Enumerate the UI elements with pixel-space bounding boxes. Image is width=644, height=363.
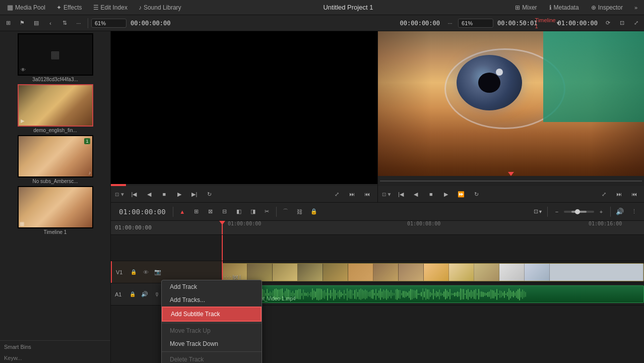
menu-add-track[interactable]: Add Track xyxy=(162,280,262,293)
a1-mic-btn[interactable]: 🎙 xyxy=(152,290,161,299)
prog-play-btn[interactable]: ▶ xyxy=(440,188,452,200)
prog-fullscreen-btn[interactable]: ⤢ xyxy=(598,188,610,200)
tl-view-btn[interactable]: ⊡ ▼ xyxy=(532,206,544,218)
toolbar-more-btn[interactable]: ··· xyxy=(73,17,85,29)
tl-razor-btn[interactable]: ✂ xyxy=(261,206,273,218)
v1-video-clip[interactable]: · · · lpt | xyxy=(222,263,644,281)
program-monitor: ⊡ ▼ |◀ ◀ ■ ▶ ⏩ ↻ ⤢ ⏭ ⏮ xyxy=(378,31,645,202)
prog-loop-btn[interactable]: ↻ xyxy=(470,188,482,200)
source-skip-end-btn[interactable]: ⏭ xyxy=(346,188,358,200)
wave-bar-75 xyxy=(338,291,339,297)
nav-effects[interactable]: ✦ Effects xyxy=(51,1,87,15)
tl-slip-btn[interactable]: ◧ xyxy=(233,206,245,218)
tl-slide-btn[interactable]: ◨ xyxy=(247,206,259,218)
wave-bar-97 xyxy=(371,290,372,298)
tl-bezier-btn[interactable]: ⌒ xyxy=(280,206,292,218)
tl-link-btn[interactable]: ⛓ xyxy=(294,206,306,218)
zoom-out-btn[interactable]: − xyxy=(551,206,563,218)
source-fullscreen-btn[interactable]: ⤢ xyxy=(331,188,343,200)
menu-add-subtitle-track[interactable]: Add Subtitle Track xyxy=(162,307,262,322)
prog-ff-btn[interactable]: ⏩ xyxy=(455,188,467,200)
timeline-expand-btn[interactable]: ⤢ xyxy=(630,17,642,29)
a1-speaker-btn[interactable]: 🔊 xyxy=(140,290,149,299)
prog-stop-btn[interactable]: ■ xyxy=(425,188,437,200)
keyword-bins[interactable]: Keyw... xyxy=(0,353,110,363)
zoom-slider[interactable] xyxy=(564,211,594,213)
zoom-percentage-left[interactable]: 61% xyxy=(91,19,126,28)
media-thumb-2: ▶ xyxy=(18,84,93,127)
source-prev-btn[interactable]: |◀ xyxy=(128,188,140,200)
source-view-icon: ⊡ xyxy=(115,192,119,197)
source-view-options[interactable]: ⊡ ▼ xyxy=(115,192,125,197)
program-view-options[interactable]: ⊡ ▼ xyxy=(382,192,392,197)
menu-add-tracks[interactable]: Add Tracks... xyxy=(162,293,262,307)
wave-bar-150 xyxy=(451,293,452,295)
wave-bar-55 xyxy=(307,292,308,297)
v1-lock-btn[interactable]: 🔒 xyxy=(129,268,138,277)
tl-roll-btn[interactable]: ⊟ xyxy=(219,206,231,218)
wave-bar-137 xyxy=(431,293,432,295)
source-skip-start-btn[interactable]: ⏮ xyxy=(361,188,373,200)
timeline-fit-btn[interactable]: ⊡ xyxy=(616,17,628,29)
toolbar-sort-btn[interactable]: ⇅ xyxy=(58,17,71,29)
wave-bar-165 xyxy=(474,290,475,299)
wave-bar-63 xyxy=(319,288,320,300)
nav-edit-index[interactable]: ☰ Edit Index xyxy=(88,1,133,15)
source-progress-bar[interactable] xyxy=(111,184,377,186)
source-next-btn[interactable]: ▶| xyxy=(188,188,201,200)
prev-marker-icon: |◀ xyxy=(131,191,137,198)
nav-mixer[interactable]: ⊞ Mixer xyxy=(510,1,542,15)
a1-audio-clip[interactable]: subs_Amberscript_Video 1.mp4 xyxy=(222,285,644,303)
wave-bar-135 xyxy=(428,289,429,299)
a1-lock-btn[interactable]: 🔒 xyxy=(128,290,137,299)
media-item-4[interactable]: ▦ Timeline 1 xyxy=(2,186,108,235)
nav-media-pool[interactable]: ▦ Media Pool xyxy=(2,1,50,15)
menu-move-track-down[interactable]: Move Track Down xyxy=(162,337,262,350)
timeline-sync-btn[interactable]: ⟳ xyxy=(602,17,614,29)
media-item-3[interactable]: ♪ 1 No subs_Ambersc... xyxy=(2,135,108,184)
source-step-back-btn[interactable]: ◀ xyxy=(143,188,155,200)
source-play-btn[interactable]: ▶ xyxy=(173,188,185,200)
prog-step-back-btn[interactable]: ◀ xyxy=(410,188,422,200)
timeline-dropdown-btn[interactable]: Timeline 1 ▼ xyxy=(542,17,554,29)
tl-lock-btn[interactable]: 🔒 xyxy=(308,206,320,218)
nav-inspector[interactable]: ⊕ Inspector xyxy=(586,1,628,15)
tl-cursor-btn[interactable]: ▲ xyxy=(176,206,188,218)
zoom-in-btn[interactable]: + xyxy=(595,206,607,218)
wave-bar-59 xyxy=(313,290,314,298)
toolbar-grid-btn[interactable]: ⊞ xyxy=(2,17,14,29)
source-loop-btn[interactable]: ↻ xyxy=(204,188,216,200)
prog-prev-btn[interactable]: |◀ xyxy=(395,188,407,200)
tl-overflow-btn[interactable]: ⋮ xyxy=(628,206,640,218)
tl-select-btn[interactable]: ⊞ xyxy=(190,206,203,218)
media-item-1[interactable]: ▦ 👁 3a0128cd3cf44fa3... xyxy=(2,33,108,82)
wave-bar-170 xyxy=(481,291,482,297)
v1-camera-btn[interactable]: 📷 xyxy=(153,268,162,277)
toolbar-arrow-btn[interactable]: ‹ xyxy=(44,17,56,29)
tl-divider-1 xyxy=(173,207,173,217)
wave-bar-160 xyxy=(466,290,467,299)
timecode-options-btn[interactable]: ··· xyxy=(444,17,456,29)
tl-ripple-btn[interactable]: ⊠ xyxy=(205,206,217,218)
wave-bar-131 xyxy=(422,288,423,300)
program-progress-bar[interactable] xyxy=(378,176,645,186)
toolbar-flag-btn[interactable]: ⚑ xyxy=(16,17,28,29)
stop-icon: ■ xyxy=(163,191,166,197)
prog-skip-end-btn[interactable]: ⏭ xyxy=(613,188,625,200)
nav-metadata[interactable]: ℹ Metadata xyxy=(544,1,584,15)
prog-skip-start-btn[interactable]: ⏮ xyxy=(628,188,640,200)
nav-overflow-button[interactable]: » xyxy=(630,2,642,14)
zoom-handle[interactable] xyxy=(575,209,580,214)
zoom-percentage-right[interactable]: 61% xyxy=(458,19,493,28)
wave-bar-172 xyxy=(484,292,485,296)
film-icon: ▦ xyxy=(50,48,60,60)
source-stop-btn[interactable]: ■ xyxy=(158,188,170,200)
frame-5 xyxy=(323,264,348,281)
frame-3 xyxy=(273,264,298,281)
nav-sound-library[interactable]: ♪ Sound Library xyxy=(134,1,186,15)
tl-audio-volume[interactable]: 🔊 xyxy=(614,206,626,218)
media-item-2[interactable]: ▶ demo_english_fin... xyxy=(2,84,108,133)
v1-eye-btn[interactable]: 👁 xyxy=(141,268,150,277)
toolbar-layout-btn[interactable]: ▤ xyxy=(30,17,42,29)
wave-bar-111 xyxy=(392,292,393,296)
